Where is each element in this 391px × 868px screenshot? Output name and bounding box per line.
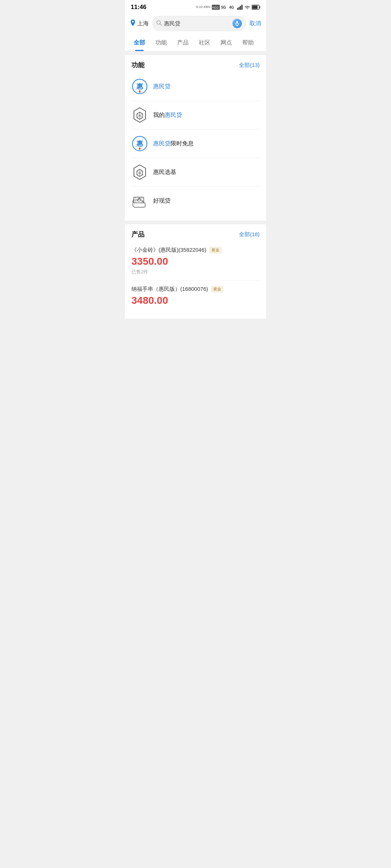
svg-text:惠: 惠 [136,83,143,90]
hui-loan-icon: 惠 [131,78,148,95]
svg-text:HD2: HD2 [212,6,219,9]
search-header: 上海 惠民贷 取消 [125,13,266,35]
svg-text:4G: 4G [229,5,234,9]
tab-community[interactable]: 社区 [194,35,215,51]
tab-outlet[interactable]: 网点 [215,35,237,51]
function-section-header: 功能 全部(13) [131,61,260,69]
func-name-myhmdk: 我的惠民贷 [153,111,182,119]
search-icon [156,20,162,27]
function-section-more[interactable]: 全部(13) [239,62,260,69]
product-price-2: 3480.00 [131,295,260,306]
svg-marker-27 [139,147,141,150]
product-tag-1: 黄金 [209,247,222,254]
product-section-more[interactable]: 全部(18) [239,231,260,238]
svg-marker-19 [139,90,141,93]
product-name-2: 纳福手串（惠民版）(16800076) [131,286,208,293]
product-name-row-2: 纳福手串（惠民版）(16800076) 黄金 [131,286,260,293]
5g-icon: 5G [221,5,228,10]
status-bar: 11:46 6.10 KB/s HD2 5G 4G [125,0,266,13]
product-name-row-1: 《小金砖》(惠民版)(35822046) 黄金 [131,247,260,254]
svg-rect-6 [240,6,241,10]
tab-bar: 全部 功能 产品 社区 网点 帮助 [125,35,266,51]
product-price-1: 3350.00 [131,256,260,267]
func-item-hmdk[interactable]: 惠 惠民贷 [131,72,260,101]
product-section-title: 产品 [131,230,144,239]
svg-rect-11 [252,6,258,9]
search-box[interactable]: 惠民贷 [152,16,246,31]
signal-bars-icon [237,5,243,10]
tab-product[interactable]: 产品 [172,35,194,51]
svg-rect-5 [239,7,240,10]
hex-icon-hmxj [131,164,148,180]
function-section-title: 功能 [131,61,144,69]
func-name-hxdk: 好现贷 [153,197,171,205]
cancel-button[interactable]: 取消 [249,20,261,27]
svg-rect-7 [241,5,243,10]
svg-text:惠: 惠 [136,140,143,147]
svg-line-13 [160,24,161,25]
status-icons: 6.10 KB/s HD2 5G 4G [196,5,260,10]
func-item-hxdk[interactable]: 好现贷 [131,187,260,215]
product-tag-2: 黄金 [211,286,223,293]
tab-all[interactable]: 全部 [129,35,150,51]
product-section: 产品 全部(18) 《小金砖》(惠民版)(35822046) 黄金 3350.0… [125,224,266,319]
svg-rect-10 [260,6,260,8]
status-time: 11:46 [131,4,146,11]
func-item-hmxj[interactable]: 惠民选基 [131,158,260,187]
func-name-hmdk: 惠民贷 [153,83,171,90]
tab-help[interactable]: 帮助 [237,35,259,51]
mic-icon[interactable] [232,19,242,28]
product-section-header: 产品 全部(18) [131,230,260,239]
function-section: 功能 全部(13) 惠 惠民贷 [125,55,266,221]
search-text: 惠民贷 [164,20,230,27]
location-icon [130,20,136,27]
hui-discount-icon: 惠 [131,135,148,152]
func-item-hmdkxs[interactable]: 惠 惠民贷限时免息 [131,129,260,158]
product-name-1: 《小金砖》(惠民版)(35822046) [131,247,206,254]
product-item-1[interactable]: 《小金砖》(惠民版)(35822046) 黄金 3350.00 已售2件 [131,242,260,281]
product-sold-1: 已售2件 [131,269,260,275]
battery-icon [252,5,260,10]
hex-icon-myhmdk [131,107,148,123]
svg-rect-14 [236,21,238,24]
location-area[interactable]: 上海 [130,20,149,27]
product-item-2[interactable]: 纳福手串（惠民版）(16800076) 黄金 3480.00 [131,281,260,313]
hd2-icon: HD2 [212,5,220,10]
wifi-icon [244,5,250,10]
tab-func[interactable]: 功能 [150,35,172,51]
svg-rect-4 [237,8,238,10]
location-text: 上海 [137,20,149,27]
func-name-hmxj: 惠民选基 [153,169,176,176]
signal-info: 6.10 KB/s [196,5,210,9]
4g-icon: 4G [229,5,236,10]
func-name-hmdkxs: 惠民贷限时免息 [153,140,194,148]
svg-text:5G: 5G [221,5,226,9]
svg-point-8 [247,8,248,9]
hand-money-icon [131,192,148,209]
func-item-myhmdk[interactable]: 我的惠民贷 [131,101,260,129]
